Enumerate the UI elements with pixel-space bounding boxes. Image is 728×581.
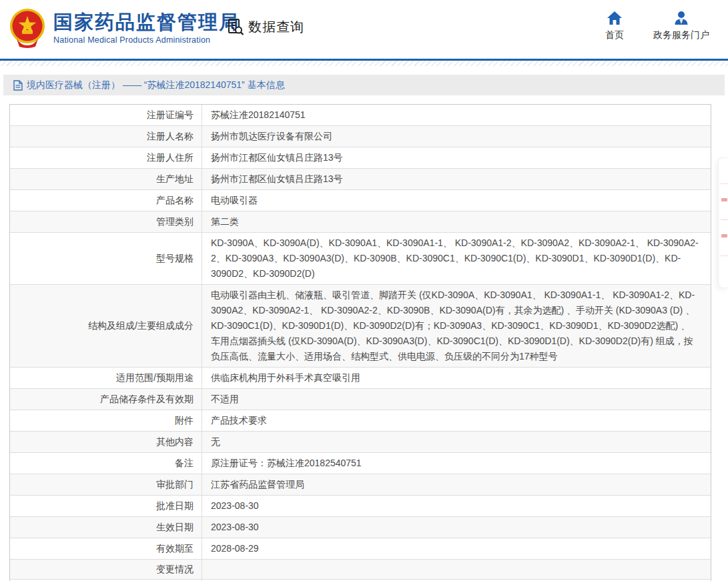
table-row: 管理类别第二类 (10, 211, 711, 233)
row-value: 2023-08-30 (202, 517, 711, 538)
top-navigation: 首页 政务服务门户 (605, 11, 709, 41)
row-label: 生产地址 (10, 169, 202, 189)
table-row: 批准日期2023-08-30 (10, 496, 711, 517)
document-icon (13, 80, 23, 91)
row-label: 型号规格 (10, 233, 202, 284)
breadcrumb: 境内医疗器械（注册） —— “苏械注准20182140751” 基本信息 (13, 79, 285, 91)
row-label: 备注 (10, 453, 202, 474)
row-value: 电动吸引器由主机、储液瓶、吸引管道、脚踏开关 (仅KD-3090A、KD-309… (202, 285, 711, 367)
row-value: 供临床机构用于外科手术真空吸引用 (202, 368, 711, 388)
site-title: 国家药品监督管理局 (53, 11, 240, 33)
home-icon (607, 11, 623, 25)
row-label: 审批部门 (10, 474, 202, 495)
row-value: 第二类 (202, 211, 711, 232)
header-divider-hatch (0, 61, 728, 66)
widget-divider (721, 183, 728, 184)
table-row: 型号规格KD-3090A、KD-3090A(D)、KD-3090A1、KD-30… (10, 233, 711, 285)
row-label: 附件 (10, 410, 202, 431)
row-value: 扬州市江都区仙女镇吕庄路13号 (202, 169, 711, 189)
row-value: 无 (202, 432, 711, 452)
data-query-nav[interactable]: 数据查询 (227, 18, 304, 36)
row-label: 结构及组成/主要组成成分 (10, 285, 202, 367)
row-label: 批准日期 (10, 496, 202, 516)
row-label: 管理类别 (10, 211, 202, 232)
row-value: 2028-08-29 (202, 538, 711, 559)
table-row: 备注原注册证号：苏械注准20182540751 (10, 453, 711, 474)
widget-divider (721, 219, 728, 220)
row-label: 注册人住所 (10, 147, 202, 168)
table-row: 产品名称电动吸引器 (10, 190, 711, 211)
row-value: 产品技术要求 (202, 410, 711, 431)
table-row: 审批部门江苏省药品监督管理局 (10, 474, 711, 496)
data-query-label: 数据查询 (248, 18, 304, 36)
row-value: 电动吸引器 (202, 190, 711, 211)
table-row: 生效日期2023-08-30 (10, 517, 711, 538)
table-row: 生产地址扬州市江都区仙女镇吕庄路13号 (10, 169, 711, 190)
table-row: 注册人住所扬州市江都区仙女镇吕庄路13号 (10, 147, 711, 169)
table-row: 有效期至2028-08-29 (10, 538, 711, 560)
table-row: 产品储存条件及有效期不适用 (10, 389, 711, 410)
row-value (202, 560, 711, 579)
info-table: 注册证编号苏械注准20182140751注册人名称扬州市凯达医疗设备有限公司注册… (9, 104, 711, 581)
widget-divider (721, 255, 728, 256)
widget-icon-fragment (721, 234, 727, 237)
row-label: 注册人名称 (10, 126, 202, 147)
table-row: 注册证编号苏械注准20182140751 (10, 105, 711, 126)
brand-block: 国家药品监督管理局 National Medical Products Admi… (53, 11, 240, 45)
national-emblem-logo (9, 8, 46, 48)
breadcrumb-bar: 境内医疗器械（注册） —— “苏械注准20182140751” 基本信息 (3, 75, 725, 95)
row-value: KD-3090A、KD-3090A(D)、KD-3090A1、KD-3090A1… (202, 233, 711, 284)
floating-widget-cutoff[interactable] (718, 157, 728, 288)
row-label: 产品储存条件及有效期 (10, 389, 202, 410)
person-icon (673, 11, 689, 25)
row-label: 有效期至 (10, 538, 202, 559)
row-value: 2023-08-30 (202, 496, 711, 516)
nav-item-home[interactable]: 首页 (605, 11, 624, 41)
row-value: 不适用 (202, 389, 711, 410)
nav-item-label: 政务服务门户 (653, 29, 709, 41)
row-label: 注册证编号 (10, 105, 202, 125)
site-header: 国家药品监督管理局 National Medical Products Admi… (0, 0, 728, 59)
table-row: 变更情况 (10, 560, 711, 580)
table-row: 其他内容无 (10, 432, 711, 453)
row-value: 扬州市江都区仙女镇吕庄路13号 (202, 147, 711, 168)
row-value: 苏械注准20182140751 (202, 105, 711, 125)
row-value: 扬州市凯达医疗设备有限公司 (202, 126, 711, 147)
row-label: 生效日期 (10, 517, 202, 538)
row-label: 适用范围/预期用途 (10, 368, 202, 388)
nav-item-label: 首页 (605, 29, 624, 41)
widget-icon-fragment (721, 198, 727, 201)
site-subtitle: National Medical Products Administration (53, 35, 240, 45)
table-row: 结构及组成/主要组成成分电动吸引器由主机、储液瓶、吸引管道、脚踏开关 (仅KD-… (10, 285, 711, 368)
row-value: 江苏省药品监督管理局 (202, 474, 711, 495)
row-value: 原注册证号：苏械注准20182540751 (202, 453, 711, 474)
row-label: 产品名称 (10, 190, 202, 211)
table-row: 注册人名称扬州市凯达医疗设备有限公司 (10, 126, 711, 147)
table-row: 附件产品技术要求 (10, 410, 711, 432)
row-label: 其他内容 (10, 432, 202, 452)
data-query-icon (227, 18, 245, 36)
nav-item-gov-portal[interactable]: 政务服务门户 (653, 11, 709, 41)
row-label: 变更情况 (10, 560, 202, 579)
table-row: 适用范围/预期用途供临床机构用于外科手术真空吸引用 (10, 368, 711, 389)
page-title: 境内医疗器械（注册） —— “苏械注准20182140751” 基本信息 (27, 79, 285, 91)
